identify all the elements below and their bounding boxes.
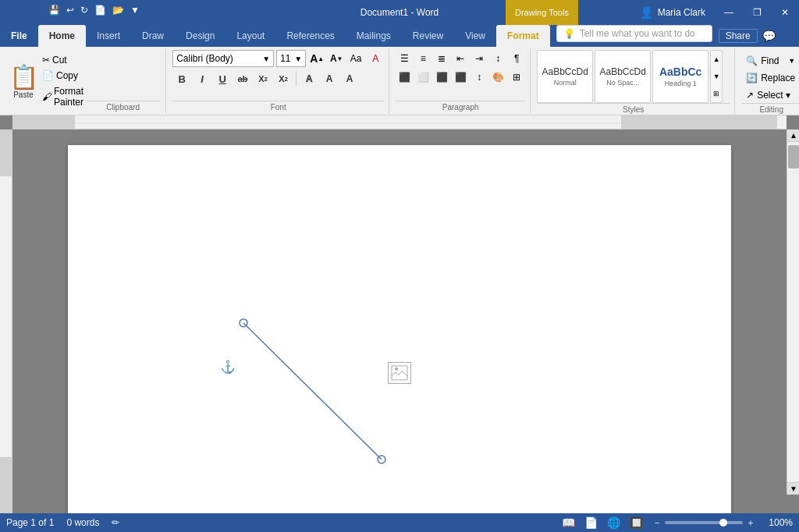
text-effects-button[interactable]: A: [300, 70, 318, 87]
font-group: Calibri (Body) ▼ 11 ▼ A▲ A▼ Aa A B I: [168, 48, 389, 113]
more-qa-button[interactable]: ▼: [129, 3, 141, 17]
status-bar-right: 📖 📄 🌐 🔲 － ＋ 100%: [562, 516, 793, 530]
sort-button[interactable]: ↕: [489, 50, 506, 67]
title-bar: 💾 ↩ ↻ 📄 📂 ▼ Drawing Tools Document1 - Wo…: [0, 0, 799, 25]
copy-button[interactable]: 📄Copy: [39, 69, 87, 83]
comment-button[interactable]: 💬: [761, 28, 777, 44]
view-web-button[interactable]: 🌐: [607, 516, 620, 529]
styles-group: AaBbCcDd Normal AaBbCcDd No Spac... AaBb…: [532, 48, 735, 113]
zoom-slider[interactable]: － ＋: [652, 516, 755, 530]
decrease-indent-button[interactable]: ⇤: [452, 50, 469, 67]
tab-layout[interactable]: Layout: [225, 25, 275, 47]
replace-button[interactable]: 🔄 Replace: [741, 70, 799, 86]
scroll-down-button[interactable]: ▼: [787, 482, 799, 495]
font-row-top: Calibri (Body) ▼ 11 ▼ A▲ A▼ Aa A: [172, 50, 384, 67]
new-button[interactable]: 📄: [93, 3, 108, 17]
font-size-select[interactable]: 11 ▼: [276, 50, 306, 67]
clear-formatting-button[interactable]: A: [367, 50, 384, 67]
justify-button[interactable]: ⬛: [452, 69, 469, 86]
line-spacing-button[interactable]: ↕: [471, 69, 488, 86]
tab-format[interactable]: Format: [496, 25, 550, 47]
tab-review[interactable]: Review: [402, 25, 454, 47]
quick-access-toolbar: 💾 ↩ ↻ 📄 📂 ▼: [47, 3, 141, 17]
shading-button[interactable]: 🎨: [489, 69, 506, 86]
font-shrink-button[interactable]: A▼: [328, 50, 345, 67]
zoom-out-button[interactable]: －: [652, 516, 662, 530]
multilevel-list-button[interactable]: ≣: [433, 50, 450, 67]
restore-button[interactable]: ❐: [746, 2, 768, 23]
undo-button[interactable]: ↩: [65, 3, 76, 17]
user-area: 👤 Maria Clark: [640, 6, 705, 19]
align-center-button[interactable]: ⬜: [414, 69, 431, 86]
main-area: ⚓ ▲ ▼: [0, 115, 799, 513]
zoom-level[interactable]: 100%: [765, 517, 793, 528]
edit-mode-icon[interactable]: ✏: [112, 517, 119, 528]
page-area: ⚓: [12, 129, 787, 513]
bullets-button[interactable]: ☰: [396, 50, 413, 67]
font-family-select[interactable]: Calibri (Body) ▼: [172, 50, 274, 67]
tab-file[interactable]: File: [0, 25, 38, 47]
align-right-button[interactable]: ⬛: [433, 69, 450, 86]
minimize-button[interactable]: —: [718, 2, 740, 23]
find-button[interactable]: 🔍 Find ▼: [741, 53, 799, 69]
redo-button[interactable]: ↻: [79, 3, 90, 17]
superscript-button[interactable]: X2: [274, 70, 293, 87]
highlight-button[interactable]: A: [320, 70, 339, 87]
svg-rect-2: [621, 115, 777, 129]
vertical-scrollbar[interactable]: ▲ ▼: [787, 129, 799, 495]
scroll-thumb[interactable]: [788, 145, 799, 168]
change-case-button[interactable]: Aa: [347, 50, 364, 67]
format-painter-button[interactable]: 🖌Format Painter: [39, 84, 87, 109]
font-grow-button[interactable]: A▲: [308, 50, 325, 67]
scroll-up-button[interactable]: ▲: [787, 129, 799, 142]
tab-references[interactable]: References: [275, 25, 345, 47]
tab-home[interactable]: Home: [38, 25, 86, 47]
zoom-in-button[interactable]: ＋: [746, 516, 755, 530]
image-placeholder: [388, 362, 411, 384]
ribbon-tabs: File Home Insert Draw Design Layout Refe…: [0, 25, 799, 47]
styles-scroll[interactable]: ▲ ▼ ⊞: [710, 50, 723, 103]
borders-button[interactable]: ⊞: [508, 69, 525, 86]
increase-indent-button[interactable]: ⇥: [471, 50, 488, 67]
numbering-button[interactable]: ≡: [414, 50, 431, 67]
svg-rect-5: [0, 457, 12, 513]
tell-me-input[interactable]: 💡 Tell me what you want to do: [556, 25, 712, 42]
editing-group: 🔍 Find ▼ 🔄 Replace ↗ Select ▾ Editing: [737, 48, 799, 113]
ruler-horizontal: [12, 115, 787, 129]
anchor-icon: ⚓: [220, 360, 236, 374]
font-color-button[interactable]: A: [340, 70, 359, 87]
paste-button[interactable]: 📋 Paste: [8, 50, 39, 112]
underline-button[interactable]: U: [213, 70, 232, 87]
strikethrough-button[interactable]: ab: [233, 70, 252, 87]
save-button[interactable]: 💾: [47, 3, 62, 17]
cut-button[interactable]: ✂Cut: [39, 53, 87, 67]
show-formatting-button[interactable]: ¶: [508, 50, 525, 67]
svg-line-6: [243, 323, 382, 459]
svg-point-10: [395, 367, 398, 371]
share-button[interactable]: Share: [719, 29, 758, 43]
ribbon-body: 📋 Paste ✂Cut 📄Copy 🖌Format Painter Clipb…: [0, 47, 799, 115]
subscript-button[interactable]: X2: [254, 70, 272, 87]
font-row-bottom: B I U ab X2 X2 A A A: [172, 70, 359, 87]
tab-mailings[interactable]: Mailings: [346, 25, 402, 47]
align-left-button[interactable]: ⬛: [396, 69, 413, 86]
italic-button[interactable]: I: [193, 70, 211, 87]
bold-button[interactable]: B: [172, 70, 191, 87]
tab-design[interactable]: Design: [175, 25, 225, 47]
style-heading1[interactable]: AaBbCc Heading 1: [652, 50, 708, 103]
clipboard-group: 📋 Paste ✂Cut 📄Copy 🖌Format Painter Clipb…: [3, 48, 166, 113]
select-button[interactable]: ↗ Select ▾: [741, 87, 799, 103]
view-reading-button[interactable]: 📖: [562, 516, 575, 529]
focus-mode-button[interactable]: 🔲: [630, 516, 643, 529]
view-print-button[interactable]: 📄: [584, 516, 598, 529]
close-button[interactable]: ✕: [774, 2, 796, 23]
style-normal[interactable]: AaBbCcDd Normal: [537, 50, 593, 103]
open-button[interactable]: 📂: [111, 3, 126, 17]
tab-draw[interactable]: Draw: [131, 25, 175, 47]
window-title: Document1 - Word: [360, 7, 439, 18]
editing-label: Editing: [741, 103, 799, 114]
style-no-spacing[interactable]: AaBbCcDd No Spac...: [595, 50, 651, 103]
tab-view[interactable]: View: [454, 25, 496, 47]
tab-insert[interactable]: Insert: [86, 25, 131, 47]
clipboard-small-buttons: ✂Cut 📄Copy 🖌Format Painter: [39, 50, 87, 112]
